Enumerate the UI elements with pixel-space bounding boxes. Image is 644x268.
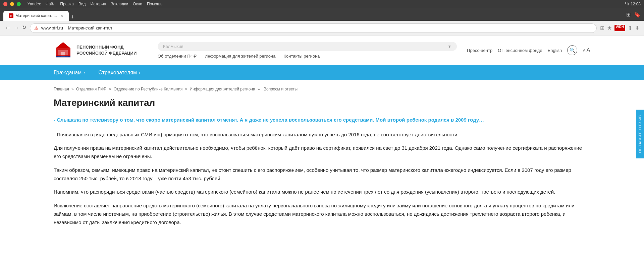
refresh-button[interactable]: ↻ xyxy=(22,24,26,31)
sub-nav-residents[interactable]: Информация для жителей региона xyxy=(205,54,275,59)
breadcrumb-residents-info[interactable]: Информация для жителей региона xyxy=(190,87,255,91)
mac-close-dot[interactable] xyxy=(3,2,7,6)
mac-fullscreen-dot[interactable] xyxy=(17,2,21,6)
wrn-badge: WRN xyxy=(614,25,625,31)
page-title: Материнский капитал xyxy=(54,97,590,108)
leave-review-tab[interactable]: ОСТАВЬТЕ ОТЗЫВ xyxy=(636,110,644,158)
breadcrumb-home[interactable]: Главная xyxy=(54,87,69,91)
logo-text: ПЕНСИОННЫЙ ФОНД РОССИЙСКОЙ ФЕДЕРАЦИИ xyxy=(76,44,137,56)
new-tab-button[interactable]: + xyxy=(71,14,74,21)
share-icon[interactable]: ⬆ xyxy=(628,25,632,31)
article-paragraph-1: - Появившаяся в ряде федеральных СМИ инф… xyxy=(54,131,590,139)
font-size-controls: А А xyxy=(583,47,590,54)
pfr-logo-icon xyxy=(54,41,72,60)
extensions-icon[interactable]: ⊞ xyxy=(626,11,631,18)
address-input-wrap[interactable]: ⚠ www.pfrf.ru Материнский капитал xyxy=(30,23,597,33)
breadcrumb-pfr-branches[interactable]: Отделения ПФР xyxy=(76,87,106,91)
svg-rect-6 xyxy=(56,55,70,56)
citizens-chevron-icon: › xyxy=(84,70,85,75)
nav-insurers[interactable]: Страхователям › xyxy=(98,70,140,76)
breadcrumb-sep3: » xyxy=(185,87,189,91)
article-paragraph-5: Исключение составляет направление средст… xyxy=(54,202,590,226)
mac-os-bar: Yandex Файл Правка Вид История Закладки … xyxy=(0,0,644,8)
menu-view[interactable]: Вид xyxy=(78,2,86,6)
bookmark-star-icon[interactable]: ★ xyxy=(607,25,612,31)
chevron-down-icon: ▼ xyxy=(447,44,451,49)
header-right: Пресс-центр О Пенсионном фонде English 🔍… xyxy=(467,45,590,55)
search-button[interactable]: 🔍 xyxy=(567,45,577,55)
breadcrumb-current: Вопросы и ответы xyxy=(264,87,298,91)
menu-bookmarks[interactable]: Закладки xyxy=(111,2,128,6)
address-domain: www.pfrf.ru xyxy=(41,25,63,30)
logo-area: ПЕНСИОННЫЙ ФОНД РОССИЙСКОЙ ФЕДЕРАЦИИ xyxy=(54,41,148,60)
mac-status-bar: Чт 12:08 xyxy=(625,2,641,6)
article-paragraph-3: Таким образом, семьям, имеющим право на … xyxy=(54,166,590,183)
content-area: Главная » Отделения ПФР » Отделение по Р… xyxy=(0,80,644,245)
browser-tab-bar: П Материнский капита... ✕ + ⊞ 🔖 xyxy=(0,8,644,21)
article-paragraph-2: Для получения права на материнский капит… xyxy=(54,144,590,161)
tab-title: Материнский капита... xyxy=(15,13,57,18)
article-paragraph-4: Напомним, что распорядиться средствами (… xyxy=(54,188,590,196)
security-warning-icon: ⚠ xyxy=(34,25,39,31)
menu-yandex[interactable]: Yandex xyxy=(28,2,41,6)
sub-navigation: Об отделении ПФР Информация для жителей … xyxy=(158,54,457,59)
mac-menu-bar: Yandex Файл Правка Вид История Закладки … xyxy=(28,2,162,6)
address-right-icons: ⊞ ★ WRN ⬆ ⬇ xyxy=(600,25,639,31)
browser-controls-right: ⊞ 🔖 xyxy=(626,11,641,18)
nav-buttons: ← → ↻ xyxy=(5,24,26,31)
address-text: www.pfrf.ru Материнский капитал xyxy=(41,25,112,30)
font-small-button[interactable]: А xyxy=(583,48,586,53)
tab-close-button[interactable]: ✕ xyxy=(60,14,63,18)
about-fund-link[interactable]: О Пенсионном фонде xyxy=(498,48,542,53)
menu-file[interactable]: Файл xyxy=(46,2,56,6)
sub-nav-contacts[interactable]: Контакты региона xyxy=(283,54,320,59)
menu-help[interactable]: Помощь xyxy=(147,2,162,6)
address-page: Материнский капитал xyxy=(68,25,112,30)
download-icon[interactable]: ⬇ xyxy=(635,25,639,31)
menu-edit[interactable]: Правка xyxy=(60,2,74,6)
tab-area: П Материнский капита... ✕ + xyxy=(3,8,74,21)
site-header: ПЕНСИОННЫЙ ФОНД РОССИЙСКОЙ ФЕДЕРАЦИИ Кал… xyxy=(0,36,644,65)
menu-window[interactable]: Окно xyxy=(133,2,142,6)
main-navigation: Гражданам › Страхователям › xyxy=(0,65,644,80)
insurers-chevron-icon: › xyxy=(139,70,140,75)
press-center-link[interactable]: Пресс-центр xyxy=(467,48,492,53)
english-link[interactable]: English xyxy=(548,48,562,53)
nav-citizens[interactable]: Гражданам › xyxy=(54,70,85,76)
region-selector[interactable]: Калмыкия ▼ xyxy=(158,42,457,51)
bookmark-icon[interactable]: 🔖 xyxy=(634,11,641,18)
breadcrumb: Главная » Отделения ПФР » Отделение по Р… xyxy=(54,87,590,91)
breadcrumb-sep4: » xyxy=(258,87,261,91)
sub-nav-about[interactable]: Об отделении ПФР xyxy=(158,54,197,59)
tab-favicon: П xyxy=(9,13,13,18)
svg-rect-7 xyxy=(56,57,70,58)
forward-button[interactable]: → xyxy=(13,24,19,31)
mac-time: Чт 12:08 xyxy=(625,2,641,6)
header-center: Калмыкия ▼ Об отделении ПФР Информация д… xyxy=(158,42,457,59)
grid-icon[interactable]: ⊞ xyxy=(600,25,604,31)
breadcrumb-kalmykia[interactable]: Отделение по Республике Калмыкия xyxy=(114,87,182,91)
menu-history[interactable]: История xyxy=(91,2,106,6)
article-question[interactable]: - Слышала по телевизору о том, что скоро… xyxy=(54,116,590,124)
address-bar: ← → ↻ ⚠ www.pfrf.ru Материнский капитал … xyxy=(0,21,644,36)
breadcrumb-sep1: » xyxy=(71,87,75,91)
mac-minimize-dot[interactable] xyxy=(10,2,14,6)
active-tab[interactable]: П Материнский капита... ✕ xyxy=(3,11,69,21)
back-button[interactable]: ← xyxy=(5,24,11,31)
font-large-button[interactable]: А xyxy=(586,47,590,54)
breadcrumb-sep2: » xyxy=(109,87,112,91)
region-selector-text: Калмыкия xyxy=(163,44,183,49)
